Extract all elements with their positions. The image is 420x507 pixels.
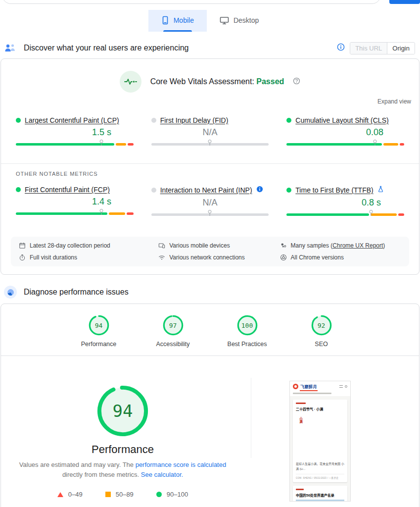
score-label: SEO xyxy=(315,341,327,348)
score-calc-link[interactable]: performance score is calculated xyxy=(136,461,227,468)
cwv-metrics-row: Largest Contentful Paint (LCP) 1.5 s Fir… xyxy=(1,116,419,146)
article-excerpt: 最好人生是小满，花未全开月未圆 小满 (Li... xyxy=(296,462,344,471)
performance-gauge: 94 xyxy=(96,385,149,437)
menu-icon xyxy=(339,385,343,388)
poor-triangle-icon xyxy=(57,492,63,497)
thumb-article-card: 中国的56处世界遗产名录 xyxy=(293,486,347,502)
percentile-marker xyxy=(208,210,212,213)
this-url-button[interactable]: This URL xyxy=(350,43,387,54)
category-label xyxy=(296,489,304,490)
devices-icon xyxy=(158,242,165,249)
origin-button[interactable]: Origin xyxy=(387,43,415,54)
article-title: 中国的56处世界遗产名录 xyxy=(296,493,344,498)
connections-note: Various network connections xyxy=(158,254,280,261)
devices-note: Various mobile devices xyxy=(158,242,280,249)
percentile-marker xyxy=(370,210,373,213)
cwv-status: Passed xyxy=(256,77,284,86)
tab-mobile[interactable]: Mobile xyxy=(148,10,207,32)
see-calculator-link[interactable]: See calculator. xyxy=(141,471,183,478)
metric-status-dot xyxy=(16,187,21,192)
legend-average: 50–89 xyxy=(105,491,134,498)
samples-note: Many samples (Chrome UX Report) xyxy=(280,242,401,249)
url-origin-toggle: This URL Origin xyxy=(350,42,415,54)
metric-value: N/A xyxy=(202,127,217,138)
field-data-card: Core Web Vitals Assessment: Passed Expan… xyxy=(0,58,420,275)
metric-lcp: Largest Contentful Paint (LCP) 1.5 s xyxy=(16,116,134,146)
metric-status-dot xyxy=(286,118,291,123)
device-tabs: Mobile Desktop xyxy=(0,10,420,32)
performance-gauge-block: 94 Performance Values are estimated and … xyxy=(11,385,234,498)
analyze-button[interactable] xyxy=(389,0,420,4)
metric-title-link[interactable]: Time to First Byte (TTFB) xyxy=(295,186,373,194)
percentile-marker xyxy=(373,140,376,143)
lab-card: 94 Performance 97 Accessibility 100 Best… xyxy=(0,304,420,507)
score-value: 94 xyxy=(89,315,109,336)
inp-info-icon[interactable] xyxy=(256,186,263,195)
divider xyxy=(251,378,251,458)
metric-status-dot xyxy=(286,188,291,193)
desktop-icon xyxy=(220,16,229,25)
score-value: 100 xyxy=(237,315,258,336)
lab-section-header: Diagnose performance issues xyxy=(4,286,415,299)
metric-title-link[interactable]: First Contentful Paint (FCP) xyxy=(25,186,110,194)
percentile-marker xyxy=(100,140,103,143)
score-label: Best Practices xyxy=(228,341,267,348)
score-value: 97 xyxy=(163,315,184,336)
real-users-icon xyxy=(4,42,17,54)
percentile-marker xyxy=(100,209,103,212)
good-circle-icon xyxy=(156,492,162,497)
category-label xyxy=(296,403,306,404)
cwv-title: Core Web Vitals Assessment: Passed xyxy=(150,77,284,86)
score-label: Accessibility xyxy=(156,341,189,348)
metric-fid: First Input Delay (FID) N/A xyxy=(151,116,269,146)
wifi-icon xyxy=(158,254,165,261)
metric-title-link[interactable]: Cumulative Layout Shift (CLS) xyxy=(295,116,388,124)
distribution-bar xyxy=(151,213,269,216)
great-wall-image xyxy=(296,500,344,502)
visit-durations-note: Full visit durations xyxy=(19,254,158,261)
metric-status-dot xyxy=(16,118,21,123)
score-seo[interactable]: 92 SEO xyxy=(298,315,345,348)
average-square-icon xyxy=(105,492,111,497)
site-tagline xyxy=(293,393,331,394)
metric-title-link[interactable]: Interaction to Next Paint (INP) xyxy=(160,186,252,194)
score-best-practices[interactable]: 100 Best Practices xyxy=(224,315,271,348)
metric-title-link[interactable]: Largest Contentful Paint (LCP) xyxy=(25,116,119,124)
legend-poor: 0–49 xyxy=(57,491,83,498)
final-screenshot-thumbnail: 飞巅醉月 二十四节气 · 小满 小满 最好人生是小满，花未全开月未圆 小满 (L… xyxy=(289,381,351,502)
mobile-phone-icon xyxy=(161,16,169,25)
metric-value: 0.8 s xyxy=(362,198,381,208)
calendar-icon xyxy=(19,242,26,249)
score-value: 92 xyxy=(311,315,332,336)
site-logo-icon xyxy=(293,384,298,389)
metric-inp: Interaction to Next Paint (INP) N/A xyxy=(151,186,269,216)
lab-section-title: Diagnose performance issues xyxy=(24,288,415,297)
distribution-bar xyxy=(16,143,134,146)
other-metrics-label: OTHER NOTABLE METRICS xyxy=(1,164,419,177)
legend-good: 90–100 xyxy=(156,491,188,498)
metric-cls: Cumulative Layout Shift (CLS) 0.08 xyxy=(286,116,404,146)
search-icon xyxy=(345,385,347,388)
experimental-flask-icon xyxy=(377,186,384,195)
score-accessibility[interactable]: 97 Accessibility xyxy=(149,315,197,348)
metric-title-link[interactable]: First Input Delay (FID) xyxy=(160,116,229,124)
field-expand-view-link[interactable]: Expand view xyxy=(377,98,411,105)
metric-value: N/A xyxy=(202,198,217,208)
tab-desktop[interactable]: Desktop xyxy=(207,10,272,32)
performance-score-value: 94 xyxy=(96,385,149,437)
score-performance[interactable]: 94 Performance xyxy=(75,315,123,348)
field-section-title: Discover what your real users are experi… xyxy=(24,44,330,52)
field-info-icon[interactable] xyxy=(337,43,345,53)
score-disclaimer: Values are estimated and may vary. The p… xyxy=(19,460,227,480)
tab-mobile-label: Mobile xyxy=(174,16,194,24)
chrome-ux-report-link[interactable]: Chrome UX Report xyxy=(332,242,383,249)
distribution-bar xyxy=(16,212,134,215)
cwv-help-icon[interactable] xyxy=(293,77,300,87)
article-title: 二十四节气 · 小满 xyxy=(296,406,344,411)
topbar xyxy=(0,0,420,5)
metric-value: 0.08 xyxy=(366,127,383,138)
url-input[interactable] xyxy=(2,0,381,4)
samples-icon xyxy=(280,242,287,249)
metric-value: 1.4 s xyxy=(92,197,111,207)
score-label: Performance xyxy=(81,341,117,348)
